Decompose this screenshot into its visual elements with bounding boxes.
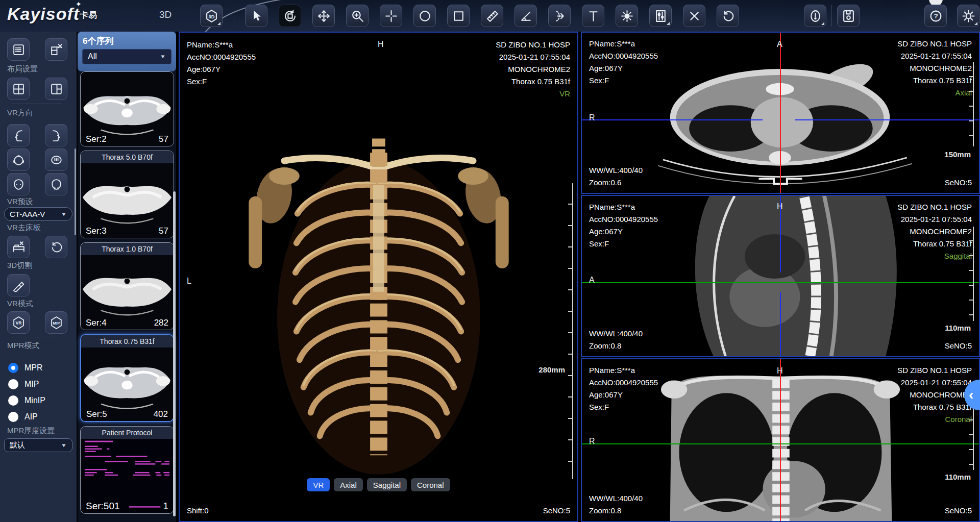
crosshair-horizontal[interactable]	[795, 119, 979, 120]
patient-accno: AccNO:0004920555	[589, 50, 658, 62]
patient-sex: Sex:F	[187, 76, 256, 88]
saggital-viewport[interactable]: PName:S***a AccNO:0004920555 Age:067Y Se…	[581, 195, 980, 357]
angle-measure-button[interactable]	[514, 5, 537, 27]
brightness-window-button[interactable]	[616, 5, 638, 27]
head-left-button[interactable]	[7, 124, 30, 146]
patient-age: Age:067Y	[187, 63, 256, 76]
radio-icon	[8, 412, 18, 422]
head-back-button[interactable]	[45, 173, 67, 195]
pan-move-button[interactable]	[312, 5, 335, 27]
head-right-button[interactable]	[45, 124, 67, 146]
reset-button[interactable]	[717, 5, 739, 27]
study-info-overlay: SD ZIBO NO.1 HOSP 2025-01-21 07:55:04 MO…	[897, 38, 972, 99]
sidebar-scrollbar[interactable]	[75, 148, 76, 235]
close-delete-button[interactable]	[683, 5, 705, 27]
ellipse-roi-button[interactable]	[413, 5, 436, 27]
patient-sex: Sex:F	[589, 74, 658, 87]
zoom-magnifier-button[interactable]	[346, 5, 369, 27]
series-description: Thorax 0.75 B31f	[897, 74, 972, 87]
cobb-angle-button[interactable]	[548, 5, 571, 27]
series-card-5[interactable]: Thorax 0.75 B31f Ser:5 402	[80, 334, 174, 422]
help-button[interactable]: ?	[924, 5, 947, 27]
patient-info-overlay: PName:S***a AccNO:0004920555 Age:067Y Se…	[589, 364, 658, 413]
seno-label: SeNO:5	[543, 505, 570, 517]
mpr-radio-mpr[interactable]: MPR	[8, 362, 43, 374]
vr-hex-button[interactable]: VR	[7, 311, 30, 334]
crosshair-vertical[interactable]	[780, 292, 781, 356]
axial-viewport[interactable]: PName:S***a AccNO:0004920555 Age:067Y Se…	[581, 32, 980, 194]
view-type-label: Saggital	[897, 250, 972, 262]
settings-button[interactable]	[957, 5, 979, 27]
series-card-2[interactable]: Ser:2 57	[80, 71, 174, 146]
head-top-button[interactable]	[7, 148, 30, 171]
alert-info-button[interactable]	[804, 5, 826, 27]
layout-close-button[interactable]	[45, 38, 67, 61]
crosshair-locate-button[interactable]	[380, 5, 402, 27]
image-count: 57	[159, 134, 168, 144]
crosshair-horizontal[interactable]	[582, 119, 763, 120]
hospital-name: SD ZIBO NO.1 HOSP	[897, 38, 972, 50]
series-card-4[interactable]: Thorax 1.0 B70f Ser:4 282	[80, 242, 174, 330]
vr-viewport[interactable]: PName:S***a AccNO:0004920555 Age:067Y Se…	[179, 32, 578, 522]
crosshair-vertical[interactable]	[780, 33, 781, 193]
text-annotation-button[interactable]	[582, 5, 604, 27]
mpr-thickness-select[interactable]: 默认 ▼	[4, 438, 72, 452]
wwwl-label: WW/WL:400/40	[589, 492, 643, 505]
vr-preset-value: CT-AAA-V	[10, 210, 45, 218]
mpr-radio-aip[interactable]: AIP	[8, 411, 38, 422]
study-info-overlay: SD ZIBO NO.1 HOSP 2025-01-21 07:55:04 MO…	[897, 201, 972, 262]
svg-text:?: ?	[934, 12, 938, 20]
cursor-select-button[interactable]	[245, 5, 267, 27]
mpr-radio-minip[interactable]: MinIP	[8, 395, 45, 406]
mode-button-coronal[interactable]: Coronal	[411, 478, 450, 491]
orientation-marker-left: L	[187, 277, 191, 286]
grid-layout-button[interactable]	[7, 78, 30, 100]
head-front-button[interactable]	[7, 173, 30, 195]
patient-name: PName:S***a	[589, 38, 658, 50]
mode-3d-label: 3D	[159, 9, 172, 20]
crosshair-horizontal[interactable]	[582, 282, 979, 283]
vr-preset-select[interactable]: CT-AAA-V ▼	[4, 207, 72, 221]
bed-reset-button[interactable]	[45, 236, 67, 258]
radio-label: AIP	[24, 412, 38, 421]
shift-label: Shift:0	[187, 505, 209, 517]
ruler-measure-button[interactable]	[481, 5, 503, 27]
coronal-viewport[interactable]: PName:S***a AccNO:0004920555 Age:067Y Se…	[581, 358, 980, 522]
head-bottom-button[interactable]	[45, 148, 67, 171]
scalpel-button[interactable]	[7, 274, 30, 296]
window-level-button[interactable]	[649, 5, 672, 27]
remove-bed-button[interactable]	[7, 236, 30, 258]
zoom-label: Zoom:0.6	[589, 177, 621, 189]
cut3d-label: 3D切割	[7, 261, 32, 270]
series-description: Thorax 0.75 B31f	[897, 238, 972, 250]
rect-roi-button[interactable]	[447, 5, 470, 27]
series-scrollbar[interactable]	[173, 191, 176, 516]
photometric: MONOCHROME2	[496, 63, 570, 76]
orientation-marker-left: A	[589, 276, 595, 285]
save-button[interactable]	[837, 5, 860, 27]
image-count: 402	[154, 409, 168, 419]
split-layout-button[interactable]	[45, 78, 67, 100]
viewer-app: Kayisoft卡易 ✦ 3D 3D	[0, 0, 980, 522]
series-card-3[interactable]: Thorax 5.0 B70f Ser:3 57	[80, 151, 174, 238]
vr-preset-label: VR预设	[7, 197, 33, 207]
mode-button-saggital[interactable]: Saggital	[367, 478, 407, 491]
image-count: 57	[159, 226, 168, 236]
view-mode-buttons: VR Axial Saggital Coronal	[180, 478, 577, 491]
mip-hex-button[interactable]: MIP	[45, 311, 67, 334]
layout-list-button[interactable]	[7, 38, 30, 61]
crosshair-vertical[interactable]	[780, 359, 781, 521]
mode-button-axial[interactable]: Axial	[334, 478, 363, 491]
patient-sex: Sex:F	[589, 238, 658, 250]
mode-button-vr[interactable]: VR	[307, 478, 330, 491]
vr-rendering	[180, 33, 577, 521]
series-filter-select[interactable]: All ▼	[82, 49, 172, 64]
mpr-radio-mip[interactable]: MIP	[8, 379, 39, 390]
3d-view-button[interactable]: 3D	[200, 5, 223, 27]
orientation-marker-top: A	[777, 40, 782, 49]
scale-label: 280mm	[538, 365, 565, 374]
orientation-marker-top: H	[378, 40, 384, 49]
toolbar-divider	[234, 5, 234, 27]
series-card-501[interactable]: Patient Protocol Ser:501 1	[80, 426, 174, 514]
rotate-3d-button[interactable]	[279, 5, 301, 27]
